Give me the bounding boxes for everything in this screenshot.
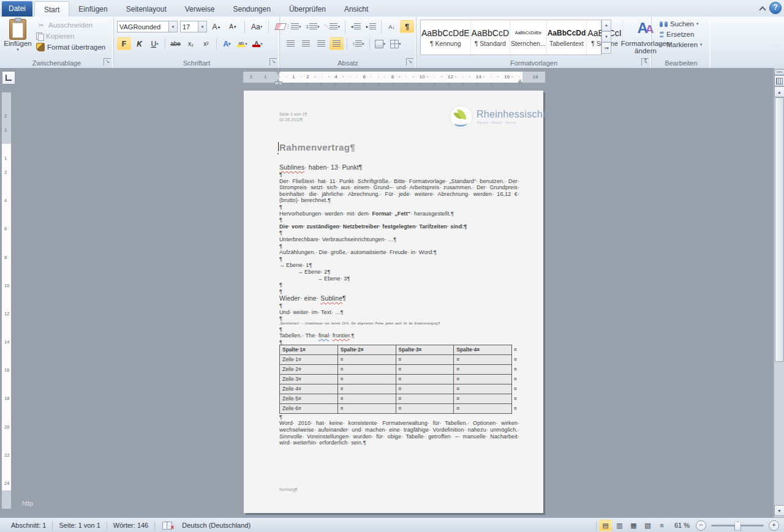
table-cell[interactable]: ¤: [454, 354, 512, 364]
paragraph[interactable]: ¶: [279, 339, 519, 344]
sort-button[interactable]: A↓: [385, 20, 399, 33]
gallery-up-icon[interactable]: ▴: [601, 20, 611, 31]
change-case-button[interactable]: Aa▾: [249, 20, 264, 33]
tab-seitenlayout[interactable]: Seitenlayout: [117, 1, 176, 17]
tab-sendungen[interactable]: Sendungen: [224, 1, 279, 17]
shrink-font-button[interactable]: A▼: [226, 20, 240, 33]
scroll-down-icon[interactable]: ▼: [774, 505, 784, 516]
table-cell[interactable]: Zeile·2¤: [280, 364, 338, 374]
draft-view-button[interactable]: ≡: [655, 520, 668, 531]
table-header-cell[interactable]: Spalte·3¤: [396, 345, 454, 354]
word-count[interactable]: Wörter: 146: [107, 522, 154, 529]
multilevel-list-button[interactable]: ⋱▾: [322, 20, 342, 33]
language-indicator[interactable]: Deutsch (Deutschland): [176, 522, 257, 529]
spellcheck-icon[interactable]: ×: [162, 522, 172, 529]
paragraph[interactable]: Hervorhebungen· werden· mit· dem· Format…: [279, 211, 519, 217]
minimize-ribbon-icon[interactable]: [760, 6, 765, 11]
paragraph[interactable]: Rahmenvertrag¶: [279, 142, 519, 153]
paste-button[interactable]: Einfügen ▾: [3, 19, 32, 63]
paragraph[interactable]: Sublines· haben· 13· Punkt¶: [279, 163, 519, 171]
paragraph[interactable]: Tabellen.· The· final· frontier.¶: [279, 332, 519, 339]
tab-verweise[interactable]: Verweise: [176, 1, 224, 17]
chevron-down-icon[interactable]: ▾: [168, 21, 177, 32]
style-item[interactable]: AaBbCcDdTabellentext: [547, 20, 587, 54]
table-cell[interactable]: Zeile·6¤: [280, 403, 338, 413]
tab-überprüfen[interactable]: Überprüfen: [280, 1, 335, 17]
increase-indent-button[interactable]: ▸: [364, 20, 378, 33]
gallery-down-icon[interactable]: ▾: [601, 31, 611, 43]
paragraph[interactable]: ¶: [279, 171, 519, 178]
tab-ansicht[interactable]: Ansicht: [335, 1, 377, 17]
font-color-button[interactable]: A▾: [251, 37, 265, 50]
table-header-cell[interactable]: Spalte·1¤: [280, 345, 338, 354]
chevron-down-icon[interactable]: ▾: [198, 21, 206, 32]
print-layout-view-button[interactable]: ▤: [599, 520, 612, 531]
show-formatting-marks-button[interactable]: ¶: [400, 20, 414, 33]
outline-view-button[interactable]: ▧: [641, 520, 654, 531]
justify-button[interactable]: [330, 37, 344, 50]
table-cell[interactable]: ¤: [337, 394, 396, 403]
vertical-ruler[interactable]: 21124681012141618202224: [1, 92, 12, 509]
paragraph[interactable]: ¶: [279, 256, 519, 263]
paragraph[interactable]: Der· Fließtext· hat· 11· Punkt· Schriftg…: [279, 178, 519, 204]
chevron-down-icon[interactable]: ▾: [3, 47, 32, 52]
zoom-slider[interactable]: [711, 525, 764, 526]
decrease-indent-button[interactable]: ◂: [349, 20, 363, 33]
borders-button[interactable]: ▾: [388, 37, 403, 50]
table-cell[interactable]: ¤: [396, 394, 454, 403]
page-indicator[interactable]: Seite: 1 von 1: [53, 522, 106, 529]
table-header-cell[interactable]: Spalte·4¤: [454, 345, 512, 354]
table-cell[interactable]: ¤: [337, 364, 396, 374]
align-center-button[interactable]: [299, 37, 313, 50]
dialog-launcher-icon[interactable]: ↘: [641, 58, 649, 66]
table-cell[interactable]: Zeile·5¤: [280, 394, 338, 403]
find-button[interactable]: Suchen▾: [658, 20, 704, 28]
underline-button[interactable]: U▾: [148, 37, 162, 50]
superscript-button[interactable]: x²: [199, 37, 213, 50]
paragraph[interactable]: ¶: [279, 217, 519, 223]
replace-button[interactable]: abacErsetzen: [658, 30, 704, 39]
scroll-up-icon[interactable]: ▲: [774, 86, 784, 97]
paragraph[interactable]: Wieder· eine· Subline¶: [279, 294, 519, 302]
dialog-launcher-icon[interactable]: ↘: [270, 58, 277, 66]
zoom-level[interactable]: 61 %: [671, 522, 693, 529]
paragraph[interactable]: ¶: [279, 282, 519, 288]
horizontal-ruler[interactable]: 21124681012141618: [243, 71, 546, 83]
paragraph[interactable]: Unterbrechbare· Verbrauchseinrichtungen·…: [279, 236, 519, 243]
line-spacing-button[interactable]: ↕▾: [350, 37, 366, 50]
table-cell[interactable]: ¤: [454, 403, 512, 413]
table-cell[interactable]: ¤: [396, 374, 454, 384]
paragraph[interactable]: →Ebene· 1¶: [279, 262, 519, 269]
table-header-cell[interactable]: Spalte·2¤: [337, 345, 396, 354]
table-cell[interactable]: ¤: [396, 364, 454, 374]
paragraph[interactable]: ¶: [279, 243, 519, 250]
document-page[interactable]: Seite·1·von·1¶ 02.05.2012¶ Rheinhessisch…: [244, 91, 543, 513]
table-cell[interactable]: ¤: [396, 354, 454, 364]
font-name-combo[interactable]: VAGRounded▾: [117, 21, 178, 32]
document-content[interactable]: Rahmenvertrag¶Sublines· haben· 13· Punkt…: [279, 142, 519, 446]
paragraph[interactable]: Und· weiter· im· Text· …¶: [279, 309, 519, 316]
dialog-launcher-icon[interactable]: ↘: [104, 58, 111, 66]
zoom-slider-thumb[interactable]: [734, 522, 741, 531]
page-footer[interactable]: Kennung¶: [279, 487, 298, 492]
text-effects-button[interactable]: A▾: [220, 37, 234, 50]
strikethrough-button[interactable]: abe: [168, 37, 183, 50]
select-button[interactable]: ▶Markieren▾: [658, 40, 704, 49]
table-cell[interactable]: ¤: [454, 374, 512, 384]
table-cell[interactable]: ¤: [396, 384, 454, 394]
gallery-open-icon[interactable]: ≡▾: [601, 42, 611, 54]
fullscreen-reading-view-button[interactable]: ▥: [613, 520, 626, 531]
paragraph[interactable]: Word· 2010· hat· keine· konsistente· For…: [279, 420, 519, 446]
numbering-button[interactable]: 1▾: [304, 20, 322, 33]
zoom-in-button[interactable]: +: [769, 520, 779, 531]
paragraph[interactable]: ¶: [279, 315, 519, 322]
paragraph[interactable]: ¶: [279, 204, 519, 211]
style-item[interactable]: AaBbCcDdE¶ Kennung: [421, 20, 471, 54]
paragraph[interactable]: Die· vom· zuständigen· Netzbetreiber· fe…: [279, 223, 519, 230]
table-cell[interactable]: ¤: [337, 384, 396, 394]
tab-start[interactable]: Start: [34, 1, 69, 17]
highlight-color-button[interactable]: ab▾: [235, 37, 249, 50]
split-handle[interactable]: [774, 69, 784, 75]
font-size-combo[interactable]: 17▾: [180, 21, 207, 32]
subscript-button[interactable]: x₂: [184, 37, 198, 50]
